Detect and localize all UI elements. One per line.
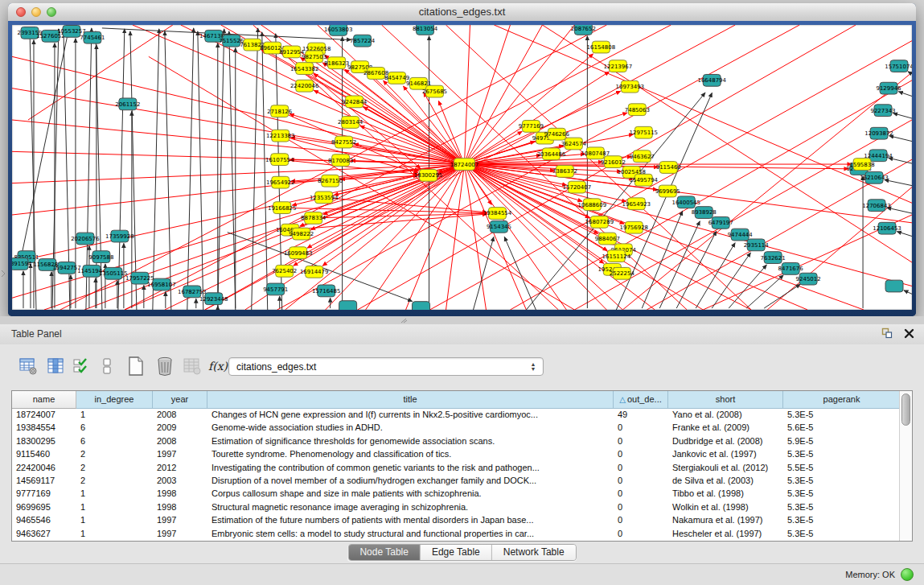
cell-in-degree[interactable]: 2	[76, 448, 153, 461]
cell-name[interactable]: 9465546	[12, 514, 76, 527]
cell-name[interactable]: 9699695	[12, 501, 76, 514]
memory-status-indicator[interactable]	[901, 568, 914, 581]
cell-name[interactable]: 18300295	[12, 435, 76, 448]
cell-short[interactable]: Jankovic et al. (1997)	[668, 448, 783, 461]
cell-title[interactable]: Corpus callosum shape and size in male p…	[207, 488, 614, 501]
cell-short[interactable]: Nakamura et al. (1997)	[668, 514, 783, 527]
cell-in-degree[interactable]: 6	[76, 422, 153, 435]
cell-out-de-[interactable]: 0	[614, 462, 668, 475]
window-titlebar[interactable]: citations_edges.txt	[8, 3, 916, 22]
cell-out-de-[interactable]: 49	[614, 409, 668, 422]
cell-short[interactable]: Dudbridge et al. (2008)	[668, 435, 783, 448]
tab-node-table[interactable]: Node Table	[348, 545, 421, 560]
cell-title[interactable]: Embryonic stem cells: a model to study s…	[207, 528, 614, 541]
network-graph[interactable]: 2393159152760521055325777454611467138875…	[12, 25, 912, 310]
float-panel-icon[interactable]	[881, 328, 893, 339]
cell-title[interactable]: Structural magnetic resonance image aver…	[207, 501, 614, 514]
graph-node-teal[interactable]	[885, 280, 903, 292]
table-selector-dropdown[interactable]: citations_edges.txt ▲▼	[228, 357, 544, 376]
column-header-name[interactable]: name	[12, 391, 76, 409]
cell-in-degree[interactable]: 1	[76, 501, 153, 514]
table-row[interactable]: 2242004622012Investigating the contribut…	[12, 462, 912, 475]
cell-out-de-[interactable]: 0	[614, 448, 668, 461]
column-header-title[interactable]: title	[207, 391, 614, 409]
table-settings-icon[interactable]	[18, 356, 39, 377]
scrollbar-thumb[interactable]	[901, 393, 910, 426]
cell-pagerank[interactable]: 5.3E-5	[783, 409, 901, 422]
tab-edge-table[interactable]: Edge Table	[421, 545, 492, 560]
cell-short[interactable]: Yano et al. (2008)	[668, 409, 783, 422]
cell-year[interactable]: 2008	[153, 435, 207, 448]
cell-out-de-[interactable]: 0	[614, 488, 668, 501]
column-pair-icon[interactable]	[97, 356, 117, 377]
cell-in-degree[interactable]: 2	[76, 475, 153, 488]
cell-out-de-[interactable]: 0	[614, 475, 668, 488]
cell-in-degree[interactable]: 2	[76, 462, 153, 475]
table-column-select-icon[interactable]	[45, 356, 66, 377]
cell-year[interactable]: 2008	[153, 409, 207, 422]
cell-year[interactable]: 1997	[153, 528, 207, 541]
cell-short[interactable]: Franke et al. (2009)	[668, 422, 783, 435]
table-row[interactable]: 946554611997Estimation of the future num…	[12, 514, 912, 527]
cell-pagerank[interactable]: 5.3E-5	[783, 514, 901, 527]
cell-title[interactable]: Estimation of significance thresholds fo…	[207, 435, 614, 448]
cell-short[interactable]: Stergiakouli et al. (2012)	[668, 462, 783, 475]
cell-name[interactable]: 9115460	[12, 448, 76, 461]
cell-out-de-[interactable]: 0	[614, 435, 668, 448]
cell-name[interactable]: 9463627	[12, 528, 76, 541]
cell-out-de-[interactable]: 0	[614, 501, 668, 514]
column-header-year[interactable]: year	[153, 391, 207, 409]
graph-node-teal[interactable]	[339, 301, 357, 310]
cell-short[interactable]: de Silva et al. (2003)	[668, 475, 783, 488]
cell-year[interactable]: 1997	[153, 448, 207, 461]
splitter-grip-icon[interactable]	[400, 318, 408, 323]
cell-in-degree[interactable]: 1	[76, 409, 153, 422]
cell-year[interactable]: 1997	[153, 514, 207, 527]
table-row[interactable]: 1456911722003Disruption of a novel membe…	[12, 475, 912, 488]
table-row[interactable]: 946362711997Embryonic stem cells: a mode…	[12, 528, 912, 541]
table-row[interactable]: 977716911998Corpus callosum shape and si…	[12, 488, 912, 501]
column-header-pagerank[interactable]: pagerank	[783, 391, 901, 409]
cell-pagerank[interactable]: 5.3E-5	[783, 528, 901, 541]
cell-name[interactable]: 9777169	[12, 488, 76, 501]
cell-in-degree[interactable]: 6	[76, 435, 153, 448]
column-header-in-degree[interactable]: in_degree	[76, 391, 153, 409]
cell-year[interactable]: 2012	[153, 462, 207, 475]
cell-pagerank[interactable]: 5.9E-5	[783, 435, 901, 448]
cell-pagerank[interactable]: 5.3E-5	[783, 475, 901, 488]
column-header-out-de-[interactable]: △out_de...	[614, 391, 668, 409]
network-canvas[interactable]: 2393159152760521055325777454611467138875…	[12, 25, 912, 310]
cell-title[interactable]: Changes of HCN gene expression and I(f) …	[207, 409, 614, 422]
cell-short[interactable]: Tibbo et al. (1998)	[668, 488, 783, 501]
cell-in-degree[interactable]: 1	[76, 514, 153, 527]
panel-collapse-handle-icon[interactable]	[1, 269, 6, 278]
cell-out-de-[interactable]: 0	[614, 514, 668, 527]
cell-pagerank[interactable]: 5.3E-5	[783, 448, 901, 461]
cell-short[interactable]: Wolkin et al. (1998)	[668, 501, 783, 514]
table-row[interactable]: 911546021997Tourette syndrome. Phenomeno…	[12, 448, 912, 461]
cell-title[interactable]: Investigating the contribution of common…	[207, 462, 614, 475]
cell-year[interactable]: 1998	[153, 488, 207, 501]
cell-pagerank[interactable]: 5.6E-5	[783, 422, 901, 435]
delete-table-icon[interactable]	[154, 356, 175, 377]
tab-network-table[interactable]: Network Table	[492, 545, 576, 560]
column-header-short[interactable]: short	[668, 391, 783, 409]
cell-name[interactable]: 22420046	[12, 462, 76, 475]
cell-out-de-[interactable]: 0	[614, 422, 668, 435]
cell-short[interactable]: Hescheler et al. (1997)	[668, 528, 783, 541]
table-row[interactable]: 1938455462009Genome-wide association stu…	[12, 422, 912, 435]
cell-name[interactable]: 18724007	[12, 409, 76, 422]
table-row[interactable]: 1830029562008Estimation of significance …	[12, 435, 912, 448]
cell-title[interactable]: Disruption of a novel member of a sodium…	[207, 475, 614, 488]
new-table-icon[interactable]	[125, 356, 146, 377]
cell-year[interactable]: 1998	[153, 501, 207, 514]
cell-out-de-[interactable]: 0	[614, 528, 668, 541]
cell-pagerank[interactable]: 5.3E-5	[783, 501, 901, 514]
graph-node-teal[interactable]	[413, 302, 430, 310]
cell-name[interactable]: 14569117	[12, 475, 76, 488]
cell-title[interactable]: Tourette syndrome. Phenomenology and cla…	[207, 448, 614, 461]
table-row[interactable]: 969969511998Structural magnetic resonanc…	[12, 501, 912, 514]
cell-year[interactable]: 2003	[153, 475, 207, 488]
table-row[interactable]: 1872400712008Changes of HCN gene express…	[12, 409, 912, 422]
cell-pagerank[interactable]: 5.3E-5	[783, 488, 901, 501]
